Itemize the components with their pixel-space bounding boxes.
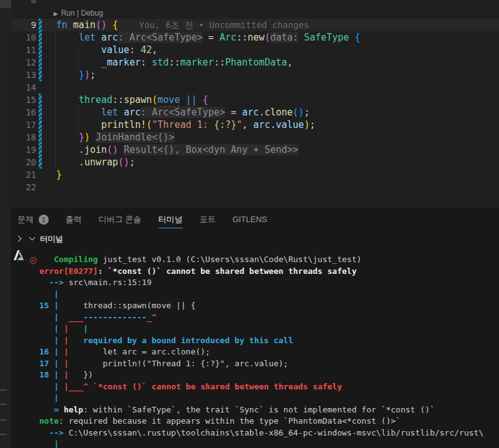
code-line[interactable]: 8	[11, 0, 499, 6]
modified-gutter-indicator[interactable]	[39, 144, 42, 156]
line-number[interactable]: 11	[12, 44, 36, 56]
git-blame-annotation: You, 6초 전 • Uncommitted changes	[139, 19, 309, 31]
terminal-text-segment: |	[64, 324, 69, 333]
chevron-right-icon[interactable]	[16, 236, 22, 242]
code-line[interactable]: 17 println!("Thread 1: {:?}", arc.value)…	[11, 119, 499, 131]
line-number[interactable]: 9	[12, 19, 36, 31]
code-line[interactable]: 14	[11, 81, 499, 94]
modified-gutter-indicator[interactable]	[39, 69, 42, 81]
code-token: arc	[253, 119, 270, 130]
line-number[interactable]: 13	[12, 69, 36, 81]
code-token: (	[264, 32, 270, 43]
terminal-text-segment: -->	[39, 428, 69, 437]
tab-gitlens[interactable]: GITLENS	[233, 207, 268, 231]
code-token: "	[236, 119, 242, 130]
code-token: )	[84, 69, 90, 80]
modified-gutter-indicator[interactable]	[39, 19, 42, 31]
line-number[interactable]: 12	[12, 56, 36, 69]
modified-gutter-indicator[interactable]	[39, 156, 42, 168]
line-number[interactable]: 21	[12, 168, 36, 181]
indent-guide	[78, 44, 79, 69]
code-token: join	[84, 144, 107, 155]
code-token	[56, 57, 101, 68]
code-token: _marker	[101, 57, 140, 68]
modified-gutter-indicator[interactable]	[39, 119, 42, 131]
code-line[interactable]: 9fn main() {You, 6초 전 • Uncommitted chan…	[11, 19, 499, 31]
terminal-text-segment: src\main.rs:15:19	[69, 278, 152, 287]
code-line[interactable]: 21}	[11, 168, 499, 181]
line-number[interactable]: 15	[12, 94, 36, 106]
tab-terminal[interactable]: 터미널	[158, 207, 183, 231]
terminal-text-segment	[59, 405, 64, 414]
editor-code-lines: 89fn main() {You, 6초 전 • Uncommitted cha…	[11, 0, 499, 207]
code-line[interactable]: 19 .join() Result<(), Box<dyn Any + Send…	[11, 144, 499, 156]
tab-ports[interactable]: 포트	[200, 207, 216, 231]
code-line[interactable]: 12 _marker: std::marker::PhantomData,	[11, 56, 499, 69]
code-line[interactable]: 18 }) JoinHandle<()>	[11, 131, 499, 144]
code-text: .join() Result<(), Box<dyn Any + Send>>	[56, 144, 298, 156]
code-token	[56, 44, 101, 56]
terminal-text-segment	[69, 336, 83, 345]
code-token: value	[276, 119, 304, 130]
line-number[interactable]: 14	[12, 81, 36, 94]
terminal-text-segment: Compiling	[39, 255, 98, 264]
code-token: }	[79, 132, 84, 143]
code-line[interactable]: 11 value: 42,	[11, 44, 499, 56]
line-number[interactable]: 16	[12, 106, 36, 119]
line-number[interactable]: 20	[12, 156, 36, 168]
code-token: :	[129, 44, 140, 56]
code-token	[90, 132, 95, 143]
azure-logo-icon	[12, 248, 25, 262]
code-editor[interactable]: 89fn main() {You, 6초 전 • Uncommitted cha…	[11, 0, 499, 207]
code-token: arc	[242, 107, 259, 118]
codelens-run-link[interactable]: Run	[61, 9, 75, 17]
code-line[interactable]: 20 .unwrap();	[11, 156, 499, 168]
code-text: thread::spawn(move || {	[56, 94, 208, 106]
line-number[interactable]: 22	[12, 181, 36, 193]
command-error-decoration-icon[interactable]: ✕	[30, 257, 37, 264]
modified-gutter-indicator[interactable]	[39, 44, 42, 56]
line-number[interactable]: 8	[12, 0, 36, 6]
code-token: let	[101, 107, 118, 118]
terminal-text-segment: note	[39, 416, 59, 426]
modified-gutter-indicator[interactable]	[39, 106, 42, 119]
code-line[interactable]: 15 thread::spawn(move || {	[11, 94, 499, 106]
indent-guide	[78, 106, 79, 131]
code-token	[56, 132, 79, 143]
inlay-hint: Result<(), Box<dyn Any + Send>>	[124, 144, 298, 155]
line-number[interactable]: 10	[12, 31, 36, 44]
code-token: arc	[101, 32, 118, 43]
code-token: ()	[293, 107, 304, 118]
modified-gutter-indicator[interactable]	[39, 94, 42, 106]
code-text: _marker: std::marker::PhantomData,	[56, 56, 293, 69]
code-token: ;	[304, 107, 309, 118]
modified-gutter-indicator[interactable]	[39, 31, 42, 44]
code-token: (	[152, 94, 158, 105]
terminal-text-segment: 15 |	[39, 301, 64, 310]
terminal-text-segment: |	[39, 439, 59, 448]
code-line[interactable]: 13 });	[11, 69, 499, 81]
code-token: .	[79, 157, 84, 168]
terminal-line: error[E0277]: `*const ()` cannot be shar…	[39, 266, 499, 278]
line-number[interactable]: 19	[12, 144, 36, 156]
code-token	[180, 94, 186, 105]
tab-debug-console[interactable]: 디버그 콘솔	[99, 207, 142, 231]
chevron-down-icon[interactable]	[29, 235, 36, 241]
terminal-output[interactable]: Compiling just_test v0.1.0 (C:\Users\sss…	[39, 254, 499, 448]
code-token: }	[79, 69, 84, 80]
modified-gutter-indicator[interactable]	[39, 56, 42, 69]
codelens-debug-link[interactable]: Debug	[81, 9, 103, 17]
modified-gutter-indicator[interactable]	[39, 131, 42, 144]
tab-output[interactable]: 출력	[65, 207, 82, 231]
code-token: 42	[140, 44, 152, 56]
code-token: main	[73, 19, 95, 31]
code-line[interactable]: 10 let arc: Arc<SafeType> = Arc::new(dat…	[11, 31, 499, 44]
line-number[interactable]: 18	[12, 131, 36, 144]
terminal-line: | ___-------------_^	[39, 312, 499, 324]
code-line[interactable]: 16 let arc: Arc<SafeType> = arc.clone();	[11, 106, 499, 119]
code-line[interactable]: 22	[11, 181, 499, 193]
terminal-line: |	[39, 439, 499, 448]
code-token: spawn	[124, 94, 152, 105]
line-number[interactable]: 17	[12, 119, 36, 131]
tab-problems[interactable]: 문제1	[17, 207, 49, 231]
